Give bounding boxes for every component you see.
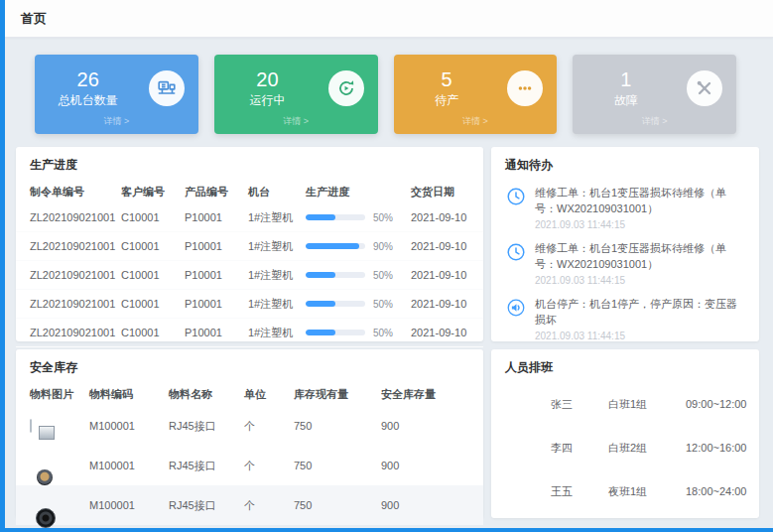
notification-item[interactable]: 机台停产：机台1停产，停产原因：变压器损坏 2021.09.03 11:44:1… [491,291,759,346]
safety-stock-title: 安全库存 [16,349,483,382]
customer-no: C10001 [121,211,185,223]
notification-text: 机台停产：机台1停产，停产原因：变压器损坏 [535,297,745,329]
product-no: P10001 [185,240,248,252]
progress-bar [306,272,365,278]
card-top: 20 运行中 [228,64,364,113]
machine-icon [149,70,185,106]
inventory-table-row: M100001 RJ45接口 个 750 900 [16,446,483,485]
staff-time: 09:00~12:00 [686,398,746,410]
progress-cell: 50% [306,270,411,281]
safety-stock: 900 [381,460,469,471]
staff-name: 王五 [551,484,608,499]
order-no: ZL202109021001 [30,327,121,338]
notification-item[interactable]: 维修工单：机台1变压器损坏待维修（单号：WX202109031001） 2021… [491,180,759,235]
notification-time: 2021.09.03 11:44:15 [535,219,745,230]
stock-on-hand: 750 [294,499,381,511]
safety-stock: 900 [381,499,469,511]
notification-text: 维修工单：机台1变压器损坏待维修（单号：WX202109031001） [535,186,745,217]
delivery-date: 2021-09-10 [411,211,469,223]
product-no: P10001 [185,298,248,310]
staff-shift: 夜班1组 [608,484,686,499]
material-photo-rj45 [30,419,32,433]
notification-time: 2021.09.03 11:44:15 [535,331,745,341]
safety-stock: 900 [381,420,469,432]
fault-detail-link[interactable]: 详情 > [586,115,722,128]
col-delivery-date: 交货日期 [411,185,469,200]
running-detail-link[interactable]: 详情 > [228,115,364,128]
customer-no: C10001 [121,240,185,252]
waiting-value: 5 [442,68,452,90]
speaker-icon [505,297,527,319]
progress-cell: 50% [306,299,411,310]
notification-time: 2021.09.03 11:44:15 [535,275,745,286]
waiting-detail-link[interactable]: 详情 > [408,115,544,128]
progress-percent: 50% [373,299,393,310]
customer-no: C10001 [121,298,185,310]
stat-card-fault[interactable]: 1 故障 详情 > [573,55,736,134]
progress-cell: 50% [306,328,411,338]
stock-on-hand: 750 [294,460,381,471]
col-material-name: 物料名称 [169,387,244,402]
progress-bar [306,301,365,307]
bottom-accent-strip [0,528,773,532]
staff-schedule-title: 人员排班 [491,349,759,382]
col-customer-no: 客户编号 [121,185,185,200]
production-table-row: ZL202109021001 C10001 P10001 1#注塑机 50% 2… [16,261,483,290]
notification-item[interactable]: 维修工单：机台1变压器损坏待维修（单号：WX202109031001） 2021… [491,235,759,291]
col-machine: 机台 [248,185,306,200]
schedule-row: 李四 白班2组 12:00~16:00 [491,426,759,469]
col-stock-on-hand: 库存现有量 [294,387,381,402]
production-table-row: ZL202109021001 C10001 P10001 1#注塑机 90% 2… [16,232,483,261]
staff-name: 张三 [551,397,608,412]
running-label: 运行中 [249,92,285,109]
progress-percent: 90% [373,241,393,252]
production-table-row: ZL202109021001 C10001 P10001 1#注塑机 50% 2… [16,290,483,319]
unit: 个 [244,459,294,473]
material-code: M100001 [89,460,169,471]
staff-name: 李四 [551,441,608,456]
stat-card-total-machines[interactable]: 26 总机台数量 详情 > [35,55,198,134]
card-top: 5 待产 [408,64,544,113]
stock-on-hand: 750 [294,420,381,432]
inventory-table-row: M100001 RJ45接口 个 750 900 [16,406,483,446]
col-safety-stock: 安全库存量 [381,387,469,402]
col-material-photo: 物料图片 [30,387,89,402]
machine: 1#注塑机 [248,239,306,254]
stat-card-waiting[interactable]: 5 待产 详情 > [394,55,558,134]
col-product-no: 产品编号 [185,185,248,200]
material-name: RJ45接口 [169,459,244,473]
card-top: 1 故障 [586,64,722,113]
notification-text: 维修工单：机台1变压器损坏待维修（单号：WX202109031001） [535,241,745,273]
progress-percent: 50% [373,270,393,281]
machine: 1#注塑机 [248,326,306,340]
material-code: M100001 [89,420,169,432]
fault-icon [687,70,722,106]
progress-percent: 50% [373,328,393,338]
running-value: 20 [256,68,278,90]
col-material-code: 物料编码 [89,387,169,402]
unit: 个 [244,419,294,434]
production-progress-title: 生产进度 [16,147,483,180]
fault-label: 故障 [614,92,638,109]
progress-bar [306,214,365,220]
product-no: P10001 [185,327,248,338]
material-code: M100001 [89,499,169,511]
fault-value: 1 [620,68,631,90]
order-no: ZL202109021001 [30,211,121,223]
col-order-no: 制令单编号 [30,185,121,200]
progress-percent: 50% [373,212,393,223]
clock-icon [505,241,527,263]
machine: 1#注塑机 [248,210,306,225]
stat-card-running[interactable]: 20 运行中 详情 > [214,55,378,134]
material-name: RJ45接口 [169,498,244,513]
production-table-header: 制令单编号 客户编号 产品编号 机台 生产进度 交货日期 [16,180,483,203]
notifications-panel: 通知待办 维修工单：机台1变压器损坏待维修（单号：WX202109031001）… [491,147,759,341]
product-no: P10001 [185,211,248,223]
staff-time: 12:00~16:00 [686,442,746,454]
machine: 1#注塑机 [248,268,306,283]
machine: 1#注塑机 [248,297,306,312]
total-machines-detail-link[interactable]: 详情 > [49,115,185,128]
delivery-date: 2021-09-10 [411,327,469,338]
clock-icon [505,186,527,207]
card-top: 26 总机台数量 [49,64,185,113]
